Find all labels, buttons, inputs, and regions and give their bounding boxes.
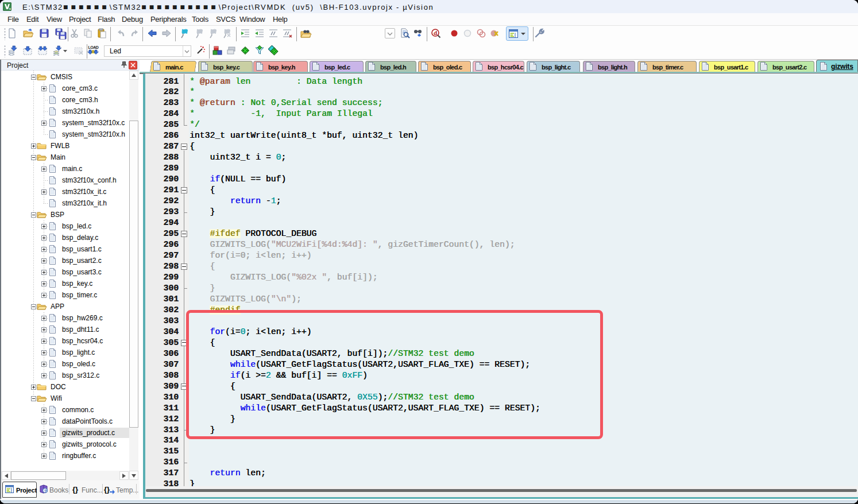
svg-text:LOAD: LOAD [88, 45, 99, 49]
svg-text:d: d [434, 29, 437, 36]
svg-text:?: ? [44, 489, 47, 494]
